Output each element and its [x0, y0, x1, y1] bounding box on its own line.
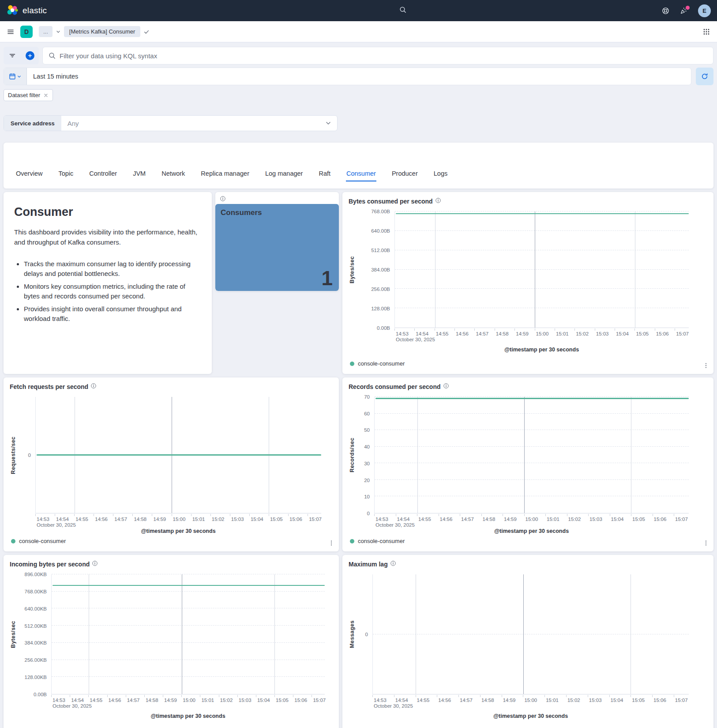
x-tick-label: 15:05	[631, 698, 645, 703]
panel-consumers-metric: Consumers 1	[215, 192, 339, 291]
x-tick-label: 14:58	[144, 698, 158, 703]
info-icon[interactable]	[92, 560, 98, 568]
chart-legend: console-consumer	[10, 534, 333, 546]
query-bar	[4, 47, 713, 64]
x-axis-date-label: October 30, 2025	[53, 703, 92, 709]
filter-pills-row: Dataset filter	[4, 89, 713, 101]
dataset-filter-label: Dataset filter	[8, 92, 40, 98]
x-tick-label: 14:57	[474, 331, 488, 336]
service-address-value[interactable]: Any	[61, 116, 325, 131]
tab-jvm[interactable]: JVM	[132, 170, 146, 181]
x-tick-label: 15:06	[652, 698, 666, 703]
tab-replica-manager[interactable]: Replica manager	[200, 170, 250, 181]
dashboard-controls: Service address Any	[4, 115, 713, 131]
line-chart: Messages 014:5314:5414:5514:5614:5714:58…	[349, 574, 707, 711]
series-line-console-consumer	[396, 213, 689, 215]
x-tick-label: 15:05	[634, 331, 649, 336]
tab-controller[interactable]: Controller	[89, 170, 117, 181]
legend-item[interactable]: console-consumer	[19, 538, 66, 544]
kql-search-input[interactable]	[60, 52, 707, 60]
x-tick-label: 15:06	[655, 331, 669, 336]
x-tick-label: 15:02	[566, 698, 580, 703]
x-tick-label: 15:01	[200, 698, 214, 703]
plot-area[interactable]	[35, 397, 321, 513]
y-tick-label: 20	[364, 478, 370, 483]
bullet-item: Monitors key consumption metrics, includ…	[24, 282, 201, 302]
chart-title: Incoming bytes per second	[10, 561, 90, 568]
x-tick-label: 15:05	[274, 698, 289, 703]
y-tick-label: 256.00B	[371, 287, 390, 292]
x-tick-label: 15:07	[308, 517, 322, 522]
tab-log-manager[interactable]: Log manager	[265, 170, 303, 181]
panel-menu-icon[interactable]	[703, 362, 709, 369]
y-tick-label: 768.00KB	[24, 589, 47, 594]
plot-area[interactable]	[394, 211, 689, 328]
x-axis-date-label: October 30, 2025	[375, 522, 415, 528]
legend-item[interactable]: console-consumer	[358, 538, 405, 544]
plot-area[interactable]	[372, 574, 689, 694]
y-tick-label: 512.00B	[371, 248, 390, 253]
tab-raft[interactable]: Raft	[318, 170, 331, 181]
add-filter-button[interactable]	[21, 47, 39, 64]
chevron-down-icon[interactable]	[325, 116, 337, 131]
x-tick-label: 15:03	[595, 331, 609, 336]
x-tick-label: 14:55	[74, 517, 88, 522]
calendar-icon[interactable]	[4, 68, 27, 85]
y-tick-label: 0.00B	[34, 692, 47, 697]
chevron-down-icon[interactable]	[56, 29, 61, 34]
close-icon[interactable]	[43, 93, 49, 98]
help-icon[interactable]	[662, 7, 669, 15]
legend-item[interactable]: console-consumer	[358, 360, 405, 367]
x-tick-label: 14:54	[394, 698, 408, 703]
x-tick-label: 15:07	[312, 698, 326, 703]
tab-consumer[interactable]: Consumer	[346, 170, 376, 181]
tab-producer[interactable]: Producer	[391, 170, 418, 181]
x-tick-label: 15:01	[555, 331, 569, 336]
kql-search-box[interactable]	[42, 47, 713, 64]
info-icon[interactable]	[90, 383, 97, 391]
x-tick-label: 14:59	[163, 698, 177, 703]
info-icon[interactable]	[390, 560, 396, 568]
x-tick-label: 14:55	[417, 517, 431, 522]
x-tick-label: 14:54	[414, 331, 428, 336]
plot-area[interactable]	[374, 397, 689, 513]
time-range-value[interactable]: Last 15 minutes	[27, 68, 691, 85]
chart-legend: console-consumer	[349, 357, 707, 369]
bullet-item: Tracks the maximum consumer lag to ident…	[24, 259, 201, 279]
chart-title: Records consumed per second	[349, 383, 441, 390]
x-tick-label: 15:01	[191, 517, 205, 522]
space-badge[interactable]: D	[20, 26, 33, 38]
x-tick-label: 15:04	[610, 517, 624, 522]
x-tick-label: 14:54	[55, 517, 69, 522]
breadcrumb-collapsed[interactable]: ...	[39, 26, 53, 37]
filter-funnel-icon[interactable]	[4, 47, 21, 64]
y-tick-label: 0	[28, 453, 31, 458]
menu-icon[interactable]	[7, 28, 14, 35]
y-tick-label: 640.00KB	[24, 606, 47, 611]
plot-area[interactable]	[51, 574, 325, 694]
search-icon[interactable]	[399, 6, 406, 15]
info-icon[interactable]	[220, 196, 226, 202]
info-icon[interactable]	[435, 197, 441, 205]
consumers-metric-tile[interactable]: Consumers 1	[215, 204, 339, 291]
apps-grid-icon[interactable]	[703, 28, 710, 35]
panel-bytes-consumed-per-second: Bytes consumed per second Bytes/sec 0.00…	[342, 192, 713, 374]
y-tick-label: 70	[364, 394, 370, 400]
tab-network[interactable]: Network	[161, 170, 185, 181]
user-avatar[interactable]: E	[698, 4, 711, 17]
x-tick-label: 15:00	[172, 517, 186, 522]
x-tick-label: 14:56	[107, 698, 121, 703]
tab-logs[interactable]: Logs	[433, 170, 448, 181]
tab-overview[interactable]: Overview	[15, 170, 43, 181]
panel-menu-icon[interactable]	[703, 540, 709, 546]
panel-menu-icon[interactable]	[328, 540, 334, 546]
dataset-filter-pill[interactable]: Dataset filter	[4, 89, 53, 101]
info-icon[interactable]	[443, 383, 449, 391]
time-picker-bar: Last 15 minutes	[4, 68, 713, 85]
whats-new-icon[interactable]	[680, 7, 687, 15]
breadcrumb-current[interactable]: [Metrics Kafka] Consumer	[64, 26, 141, 37]
refresh-button[interactable]	[696, 68, 713, 85]
tab-topic[interactable]: Topic	[58, 170, 74, 181]
service-address-control[interactable]: Service address Any	[4, 115, 338, 131]
check-icon[interactable]	[143, 29, 150, 35]
